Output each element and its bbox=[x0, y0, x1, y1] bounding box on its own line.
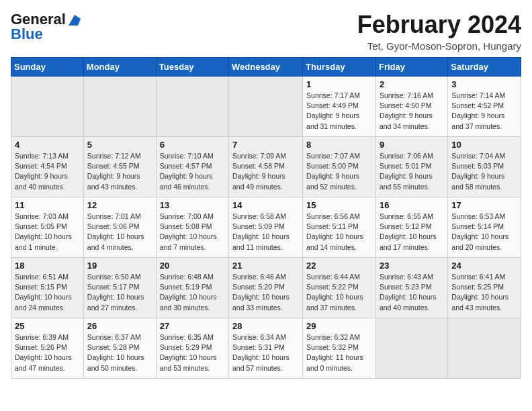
calendar-cell: 25Sunrise: 6:39 AM Sunset: 5:26 PM Dayli… bbox=[11, 318, 84, 379]
calendar-cell: 4Sunrise: 7:13 AM Sunset: 4:54 PM Daylig… bbox=[11, 137, 84, 197]
calendar-cell: 22Sunrise: 6:44 AM Sunset: 5:22 PM Dayli… bbox=[303, 258, 376, 318]
weekday-header-thursday: Thursday bbox=[303, 58, 376, 77]
calendar-cell: 5Sunrise: 7:12 AM Sunset: 4:55 PM Daylig… bbox=[83, 137, 156, 197]
calendar-week-1: 1Sunrise: 7:17 AM Sunset: 4:49 PM Daylig… bbox=[11, 77, 521, 137]
day-info: Sunrise: 7:01 AM Sunset: 5:06 PM Dayligh… bbox=[87, 212, 152, 253]
day-number: 25 bbox=[15, 321, 80, 331]
calendar-cell bbox=[448, 318, 521, 379]
calendar-cell: 9Sunrise: 7:06 AM Sunset: 5:01 PM Daylig… bbox=[375, 137, 447, 197]
day-info: Sunrise: 7:14 AM Sunset: 4:52 PM Dayligh… bbox=[451, 91, 517, 132]
day-info: Sunrise: 7:00 AM Sunset: 5:08 PM Dayligh… bbox=[160, 212, 225, 253]
calendar-cell: 8Sunrise: 7:07 AM Sunset: 5:00 PM Daylig… bbox=[303, 137, 376, 197]
day-info: Sunrise: 7:04 AM Sunset: 5:03 PM Dayligh… bbox=[451, 151, 517, 192]
day-number: 24 bbox=[451, 261, 517, 271]
calendar-cell bbox=[11, 77, 84, 137]
weekday-header-friday: Friday bbox=[375, 58, 447, 77]
day-info: Sunrise: 6:35 AM Sunset: 5:29 PM Dayligh… bbox=[160, 332, 225, 373]
day-number: 1 bbox=[306, 79, 372, 89]
calendar-cell: 20Sunrise: 6:48 AM Sunset: 5:19 PM Dayli… bbox=[156, 258, 228, 318]
day-info: Sunrise: 6:51 AM Sunset: 5:15 PM Dayligh… bbox=[15, 272, 80, 313]
calendar-week-5: 25Sunrise: 6:39 AM Sunset: 5:26 PM Dayli… bbox=[11, 318, 521, 379]
day-info: Sunrise: 6:41 AM Sunset: 5:25 PM Dayligh… bbox=[451, 272, 517, 313]
calendar-week-3: 11Sunrise: 7:03 AM Sunset: 5:05 PM Dayli… bbox=[11, 197, 521, 258]
weekday-header-monday: Monday bbox=[83, 58, 156, 77]
day-info: Sunrise: 7:09 AM Sunset: 4:58 PM Dayligh… bbox=[232, 151, 299, 192]
day-number: 3 bbox=[451, 79, 517, 89]
calendar-cell: 23Sunrise: 6:43 AM Sunset: 5:23 PM Dayli… bbox=[375, 258, 447, 318]
month-title: February 2024 bbox=[357, 11, 521, 39]
day-info: Sunrise: 7:13 AM Sunset: 4:54 PM Dayligh… bbox=[15, 151, 80, 192]
day-info: Sunrise: 6:58 AM Sunset: 5:09 PM Dayligh… bbox=[232, 212, 299, 253]
day-number: 7 bbox=[232, 140, 299, 150]
calendar-week-2: 4Sunrise: 7:13 AM Sunset: 4:54 PM Daylig… bbox=[11, 137, 521, 197]
day-number: 20 bbox=[160, 261, 225, 271]
weekday-header-wednesday: Wednesday bbox=[229, 58, 303, 77]
page-header: General Blue February 2024 Tet, Gyor-Mos… bbox=[11, 11, 521, 52]
calendar-cell: 13Sunrise: 7:00 AM Sunset: 5:08 PM Dayli… bbox=[156, 197, 228, 258]
day-number: 5 bbox=[87, 140, 152, 150]
weekday-header-saturday: Saturday bbox=[448, 58, 521, 77]
day-number: 16 bbox=[380, 200, 444, 210]
day-info: Sunrise: 6:44 AM Sunset: 5:22 PM Dayligh… bbox=[306, 272, 372, 313]
day-number: 27 bbox=[160, 321, 225, 331]
day-number: 10 bbox=[451, 140, 517, 150]
weekday-header-sunday: Sunday bbox=[11, 58, 84, 77]
day-number: 28 bbox=[232, 321, 299, 331]
calendar-cell: 3Sunrise: 7:14 AM Sunset: 4:52 PM Daylig… bbox=[448, 77, 521, 137]
calendar-cell: 28Sunrise: 6:34 AM Sunset: 5:31 PM Dayli… bbox=[229, 318, 303, 379]
calendar-week-4: 18Sunrise: 6:51 AM Sunset: 5:15 PM Dayli… bbox=[11, 258, 521, 318]
day-info: Sunrise: 7:03 AM Sunset: 5:05 PM Dayligh… bbox=[15, 212, 80, 253]
calendar-table: SundayMondayTuesdayWednesdayThursdayFrid… bbox=[11, 57, 521, 379]
calendar-cell bbox=[229, 77, 303, 137]
day-number: 23 bbox=[380, 261, 444, 271]
calendar-cell bbox=[375, 318, 447, 379]
calendar-cell: 15Sunrise: 6:56 AM Sunset: 5:11 PM Dayli… bbox=[303, 197, 376, 258]
day-info: Sunrise: 7:17 AM Sunset: 4:49 PM Dayligh… bbox=[306, 91, 372, 132]
day-info: Sunrise: 7:16 AM Sunset: 4:50 PM Dayligh… bbox=[380, 91, 444, 132]
day-number: 21 bbox=[232, 261, 299, 271]
calendar-cell: 21Sunrise: 6:46 AM Sunset: 5:20 PM Dayli… bbox=[229, 258, 303, 318]
calendar-body: 1Sunrise: 7:17 AM Sunset: 4:49 PM Daylig… bbox=[11, 77, 521, 379]
svg-marker-0 bbox=[69, 15, 81, 26]
calendar-cell: 18Sunrise: 6:51 AM Sunset: 5:15 PM Dayli… bbox=[11, 258, 84, 318]
day-info: Sunrise: 6:34 AM Sunset: 5:31 PM Dayligh… bbox=[232, 332, 299, 373]
day-info: Sunrise: 6:43 AM Sunset: 5:23 PM Dayligh… bbox=[380, 272, 444, 313]
calendar-cell: 14Sunrise: 6:58 AM Sunset: 5:09 PM Dayli… bbox=[229, 197, 303, 258]
day-info: Sunrise: 6:48 AM Sunset: 5:19 PM Dayligh… bbox=[160, 272, 225, 313]
title-area: February 2024 Tet, Gyor-Moson-Sopron, Hu… bbox=[357, 11, 521, 52]
calendar-cell bbox=[83, 77, 156, 137]
day-info: Sunrise: 6:56 AM Sunset: 5:11 PM Dayligh… bbox=[306, 212, 372, 253]
day-info: Sunrise: 6:39 AM Sunset: 5:26 PM Dayligh… bbox=[15, 332, 80, 373]
day-info: Sunrise: 6:46 AM Sunset: 5:20 PM Dayligh… bbox=[232, 272, 299, 313]
calendar-cell: 7Sunrise: 7:09 AM Sunset: 4:58 PM Daylig… bbox=[229, 137, 303, 197]
day-info: Sunrise: 7:10 AM Sunset: 4:57 PM Dayligh… bbox=[160, 151, 225, 192]
calendar-cell: 1Sunrise: 7:17 AM Sunset: 4:49 PM Daylig… bbox=[303, 77, 376, 137]
calendar-cell: 12Sunrise: 7:01 AM Sunset: 5:06 PM Dayli… bbox=[83, 197, 156, 258]
calendar-cell: 17Sunrise: 6:53 AM Sunset: 5:14 PM Dayli… bbox=[448, 197, 521, 258]
logo: General Blue bbox=[11, 11, 82, 43]
logo-blue: Blue bbox=[11, 26, 43, 43]
calendar-cell: 6Sunrise: 7:10 AM Sunset: 4:57 PM Daylig… bbox=[156, 137, 228, 197]
day-info: Sunrise: 6:53 AM Sunset: 5:14 PM Dayligh… bbox=[451, 212, 517, 253]
day-number: 14 bbox=[232, 200, 299, 210]
calendar-cell: 29Sunrise: 6:32 AM Sunset: 5:32 PM Dayli… bbox=[303, 318, 376, 379]
calendar-cell: 26Sunrise: 6:37 AM Sunset: 5:28 PM Dayli… bbox=[83, 318, 156, 379]
calendar-cell: 2Sunrise: 7:16 AM Sunset: 4:50 PM Daylig… bbox=[375, 77, 447, 137]
day-info: Sunrise: 7:07 AM Sunset: 5:00 PM Dayligh… bbox=[306, 151, 372, 192]
day-number: 13 bbox=[160, 200, 225, 210]
weekday-header-row: SundayMondayTuesdayWednesdayThursdayFrid… bbox=[11, 58, 521, 77]
weekday-header-tuesday: Tuesday bbox=[156, 58, 228, 77]
day-number: 18 bbox=[15, 261, 80, 271]
calendar-header: SundayMondayTuesdayWednesdayThursdayFrid… bbox=[11, 58, 521, 77]
logo-icon bbox=[67, 13, 82, 26]
day-info: Sunrise: 7:12 AM Sunset: 4:55 PM Dayligh… bbox=[87, 151, 152, 192]
day-number: 8 bbox=[306, 140, 372, 150]
day-number: 12 bbox=[87, 200, 152, 210]
calendar-cell: 27Sunrise: 6:35 AM Sunset: 5:29 PM Dayli… bbox=[156, 318, 228, 379]
day-number: 9 bbox=[380, 140, 444, 150]
day-info: Sunrise: 6:55 AM Sunset: 5:12 PM Dayligh… bbox=[380, 212, 444, 253]
calendar-cell: 19Sunrise: 6:50 AM Sunset: 5:17 PM Dayli… bbox=[83, 258, 156, 318]
day-number: 26 bbox=[87, 321, 152, 331]
day-info: Sunrise: 7:06 AM Sunset: 5:01 PM Dayligh… bbox=[380, 151, 444, 192]
calendar-cell: 24Sunrise: 6:41 AM Sunset: 5:25 PM Dayli… bbox=[448, 258, 521, 318]
